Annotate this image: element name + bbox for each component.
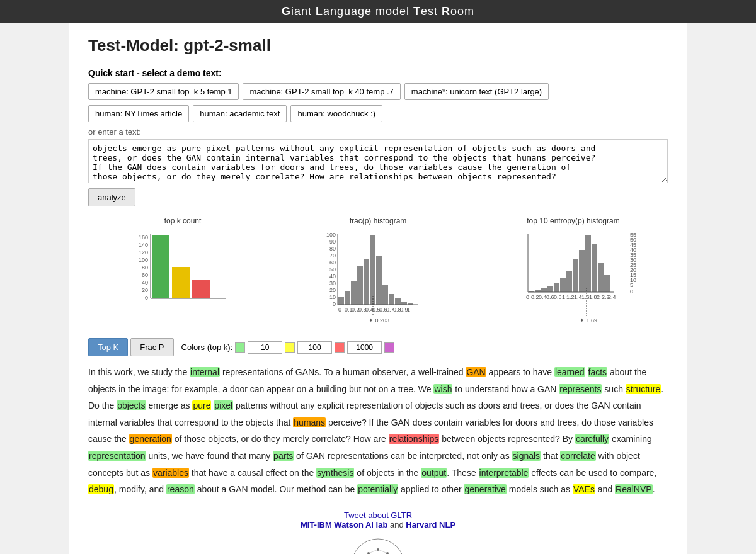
highlight-signals: signals <box>512 451 541 461</box>
tab-frac-p[interactable]: Frac P <box>130 338 173 356</box>
page-title: Test-Model: gpt-2-small <box>88 36 668 55</box>
highlight-debug: debug <box>88 484 114 494</box>
top-bar-title: Giant Language model Test Room <box>282 5 474 18</box>
footer-logo <box>88 537 668 554</box>
highlight-learned: learned <box>554 367 585 377</box>
highlight-carefully: carefully <box>575 434 609 444</box>
color-swatch-red <box>335 342 345 353</box>
svg-text:30: 30 <box>329 280 335 286</box>
analyze-button[interactable]: analyze <box>88 188 135 206</box>
svg-text:0: 0 <box>332 301 335 307</box>
demo-buttons-row2: human: NYTimes article human: academic t… <box>88 105 668 122</box>
demo-btn-2[interactable]: machine*: unicorn text (GPT2 large) <box>404 83 549 100</box>
highlight-pure: pure <box>192 400 211 410</box>
highlight-variables: variables <box>152 468 189 478</box>
highlight-humans: humans <box>293 417 326 427</box>
highlight-reason: reason <box>166 484 195 494</box>
svg-rect-76 <box>604 275 610 292</box>
highlight-represents: represents <box>559 384 602 394</box>
svg-rect-11 <box>192 280 210 298</box>
highlight-representation: representation <box>88 451 146 461</box>
text-input[interactable] <box>88 139 668 183</box>
lab1-link[interactable]: MIT-IBM Watson AI lab <box>301 520 387 529</box>
svg-text:0.2: 0.2 <box>531 294 539 300</box>
color-swatch-group-3 <box>335 341 382 354</box>
highlight-structure: structure <box>626 384 661 394</box>
highlight-wish: wish <box>433 384 452 394</box>
color-swatch-green <box>235 342 245 353</box>
highlight-objects: objects <box>117 400 146 410</box>
demo-btn-5[interactable]: human: woodchuck :) <box>290 105 382 122</box>
color-input-10[interactable] <box>248 341 282 354</box>
color-swatch-yellow <box>285 342 295 353</box>
svg-text:80: 80 <box>141 264 147 271</box>
svg-rect-71 <box>573 259 578 292</box>
svg-text:100: 100 <box>138 257 147 263</box>
fracp-chart-title: frac(p) histogram <box>284 217 472 225</box>
tweet-link[interactable]: Tweet about GLTR <box>344 511 412 520</box>
svg-rect-67 <box>547 286 553 292</box>
entropy-chart-title: top 10 entropy(p) histogram <box>479 217 668 225</box>
demo-btn-4[interactable]: human: academic text <box>193 105 287 122</box>
svg-rect-29 <box>364 259 369 305</box>
demo-btn-0[interactable]: machine: GPT-2 small top_k 5 temp 1 <box>88 83 239 100</box>
svg-rect-35 <box>401 302 407 305</box>
svg-rect-33 <box>389 294 394 305</box>
highlight-synthesis: synthesis <box>316 468 354 478</box>
highlight-parts: parts <box>273 451 294 461</box>
highlight-generation: generation <box>129 434 172 444</box>
svg-rect-32 <box>382 285 388 305</box>
demo-btn-3[interactable]: human: NYTimes article <box>88 105 189 122</box>
enter-text-label: or enter a text: <box>88 127 668 137</box>
svg-text:1.2: 1.2 <box>566 294 575 300</box>
svg-text:40: 40 <box>329 273 335 280</box>
svg-point-94 <box>352 539 404 554</box>
highlight-correlate: correlate <box>560 451 595 461</box>
color-swatch-group-1 <box>235 341 282 354</box>
demo-buttons-row: machine: GPT-2 small top_k 5 temp 1 mach… <box>88 83 668 100</box>
svg-text:90: 90 <box>329 239 335 245</box>
svg-text:70: 70 <box>329 252 335 259</box>
highlight-gan1: GAN <box>466 367 486 377</box>
svg-text:0: 0 <box>338 307 341 313</box>
svg-text:1.8: 1.8 <box>589 294 597 300</box>
svg-text:120: 120 <box>138 249 147 256</box>
svg-line-117 <box>369 550 378 553</box>
lab2-link[interactable]: Harvard NLP <box>406 520 455 529</box>
highlight-generative: generative <box>464 484 506 494</box>
svg-line-118 <box>378 550 387 553</box>
topk-chart-title: top k count <box>88 217 277 225</box>
result-text: In this work, we study the internal repr… <box>88 364 668 498</box>
svg-text:10: 10 <box>329 294 335 300</box>
logo-svg <box>350 537 406 554</box>
svg-rect-75 <box>598 263 604 292</box>
highlight-output: output <box>421 468 447 478</box>
fracp-chart: frac(p) histogram 100 90 80 70 60 50 40 … <box>284 217 472 332</box>
color-swatch-purple <box>384 342 394 353</box>
svg-text:140: 140 <box>138 242 147 248</box>
fracp-chart-svg: 100 90 80 70 60 50 40 30 20 10 0 <box>317 228 440 332</box>
svg-text:1: 1 <box>407 307 410 313</box>
color-swatch-group-2 <box>285 341 332 354</box>
highlight-facts: facts <box>588 367 608 377</box>
demo-btn-1[interactable]: machine: GPT-2 small top_k 40 temp .7 <box>243 83 400 100</box>
svg-rect-25 <box>338 297 344 305</box>
svg-rect-69 <box>560 278 566 292</box>
tab-top-k[interactable]: Top K <box>88 338 128 356</box>
svg-text:20: 20 <box>329 287 335 293</box>
svg-text:2.4: 2.4 <box>608 294 616 300</box>
svg-text:0.8: 0.8 <box>554 294 562 300</box>
topk-chart: top k count 160 140 120 100 80 60 40 20 … <box>88 217 277 329</box>
svg-text:✦ 0.203: ✦ 0.203 <box>369 317 389 324</box>
color-input-1000[interactable] <box>347 341 382 354</box>
svg-text:80: 80 <box>329 246 335 252</box>
svg-text:1.4: 1.4 <box>574 294 582 300</box>
svg-text:✦ 1.69: ✦ 1.69 <box>580 317 597 324</box>
svg-rect-27 <box>351 281 357 305</box>
svg-text:160: 160 <box>138 234 147 240</box>
svg-rect-68 <box>554 283 559 292</box>
svg-text:0.6: 0.6 <box>546 294 554 300</box>
tabs-row: Top K Frac P Colors (top k): <box>88 338 668 356</box>
color-input-100[interactable] <box>297 341 332 354</box>
svg-text:1: 1 <box>562 294 565 300</box>
